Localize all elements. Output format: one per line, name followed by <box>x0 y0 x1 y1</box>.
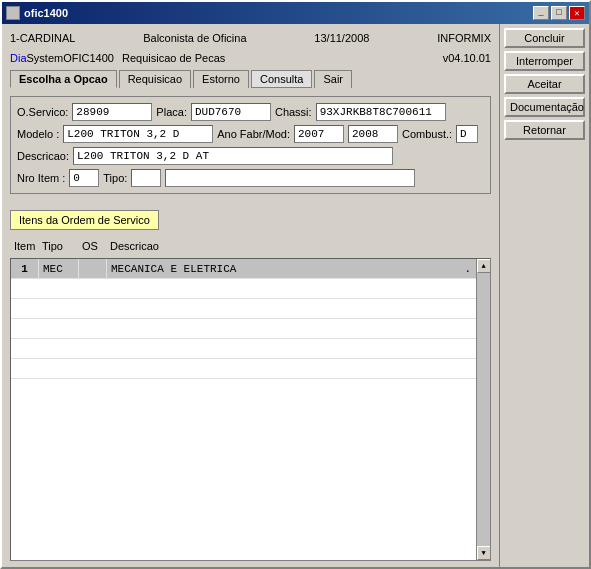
company-name: 1-CARDINAL <box>10 32 75 44</box>
table-row-empty-6 <box>11 359 490 379</box>
ano-fabr-input[interactable] <box>294 125 344 143</box>
table-header: Item Tipo OS Descricao <box>10 238 491 254</box>
table-inner: 1 MEC MECANICA E ELETRICA. <box>11 259 490 560</box>
content-area: 1-CARDINAL Balconista de Oficina 13/11/2… <box>2 24 499 567</box>
cell-num-1: 1 <box>11 259 39 278</box>
form-row-os: O.Servico: Placa: Chassi: <box>17 103 484 121</box>
modelo-input[interactable] <box>63 125 213 143</box>
title-buttons: _ □ ✕ <box>533 6 585 20</box>
header-row2: Dia System OFIC1400 Requisicao de Pecas … <box>10 50 491 66</box>
tab-bar: Escolha a Opcao Requisicao Estorno Consu… <box>10 70 491 88</box>
scroll-up-arrow[interactable]: ▲ <box>477 259 491 273</box>
modelo-label: Modelo : <box>17 128 59 140</box>
col-tipo: Tipo <box>38 240 78 252</box>
minimize-button[interactable]: _ <box>533 6 549 20</box>
form-section: O.Servico: Placa: Chassi: Modelo : Ano F… <box>10 96 491 194</box>
aceitar-button[interactable]: Aceitar <box>504 74 585 94</box>
col-item: Item <box>10 240 38 252</box>
header-row1: 1-CARDINAL Balconista de Oficina 13/11/2… <box>10 30 491 46</box>
tab-sair[interactable]: Sair <box>314 70 352 88</box>
cell-tipo-1: MEC <box>39 259 79 278</box>
placa-input[interactable] <box>191 103 271 121</box>
version-text: v04.10.01 <box>443 52 491 64</box>
tipo-label: Tipo: <box>103 172 127 184</box>
combust-label: Combust.: <box>402 128 452 140</box>
documentacao-button[interactable]: Documentação <box>504 97 585 117</box>
main-area: 1-CARDINAL Balconista de Oficina 13/11/2… <box>2 24 589 567</box>
table-row-empty-3 <box>11 299 490 319</box>
descricao-label: Descricao: <box>17 150 69 162</box>
tipo-input[interactable] <box>131 169 161 187</box>
form-row-desc: Descricao: <box>17 147 484 165</box>
maximize-button[interactable]: □ <box>551 6 567 20</box>
tab-requisicao[interactable]: Requisicao <box>119 70 191 88</box>
col-desc: Descricao <box>106 240 159 252</box>
items-section-label-container: Itens da Ordem de Servico <box>10 204 491 234</box>
os-input[interactable] <box>72 103 152 121</box>
interromper-button[interactable]: Interromper <box>504 51 585 71</box>
table-container: 1 MEC MECANICA E ELETRICA. ▲ <box>10 258 491 561</box>
cell-os-1 <box>79 259 107 278</box>
scroll-down-arrow[interactable]: ▼ <box>477 546 491 560</box>
module-text: Requisicao de Pecas <box>122 52 225 64</box>
system-label: System <box>27 52 64 64</box>
chassi-input[interactable] <box>316 103 446 121</box>
form-row-modelo: Modelo : Ano Fabr/Mod: Combust.: <box>17 125 484 143</box>
app-icon <box>6 6 20 20</box>
tipo-desc-input[interactable] <box>165 169 415 187</box>
nro-item-label: Nro Item : <box>17 172 65 184</box>
table-row[interactable]: 1 MEC MECANICA E ELETRICA. <box>11 259 490 279</box>
tab-estorno[interactable]: Estorno <box>193 70 249 88</box>
window-title: ofic1400 <box>24 7 68 19</box>
role-text: Balconista de Oficina <box>143 32 246 44</box>
dia-label: Dia <box>10 52 27 64</box>
tab-consulta[interactable]: Consulta <box>251 70 312 88</box>
scroll-track <box>477 273 491 546</box>
concluir-button[interactable]: Concluir <box>504 28 585 48</box>
sidebar: Concluir Interromper Aceitar Documentaçã… <box>499 24 589 567</box>
close-button[interactable]: ✕ <box>569 6 585 20</box>
chassi-label: Chassi: <box>275 106 312 118</box>
ano-mod-input[interactable] <box>348 125 398 143</box>
os-label: O.Servico: <box>17 106 68 118</box>
nro-item-input[interactable] <box>69 169 99 187</box>
table-row-empty-2 <box>11 279 490 299</box>
system-code: OFIC1400 <box>63 52 114 64</box>
title-bar: ofic1400 _ □ ✕ <box>2 2 589 24</box>
ano-fabr-label: Ano Fabr/Mod: <box>217 128 290 140</box>
placa-label: Placa: <box>156 106 187 118</box>
main-window: ofic1400 _ □ ✕ 1-CARDINAL Balconista de … <box>0 0 591 569</box>
tab-escolha[interactable]: Escolha a Opcao <box>10 70 117 88</box>
descricao-input[interactable] <box>73 147 393 165</box>
title-bar-left: ofic1400 <box>6 6 68 20</box>
table-scrollbar[interactable]: ▲ ▼ <box>476 259 490 560</box>
col-os: OS <box>78 240 106 252</box>
system-name: INFORMIX <box>437 32 491 44</box>
combust-input[interactable] <box>456 125 478 143</box>
table-row-empty-5 <box>11 339 490 359</box>
cell-desc-1: MECANICA E ELETRICA. <box>107 259 490 278</box>
form-row-nroitem: Nro Item : Tipo: <box>17 169 484 187</box>
date-text: 13/11/2008 <box>314 32 369 44</box>
items-title: Itens da Ordem de Servico <box>10 210 159 230</box>
retornar-button[interactable]: Retornar <box>504 120 585 140</box>
table-row-empty-4 <box>11 319 490 339</box>
